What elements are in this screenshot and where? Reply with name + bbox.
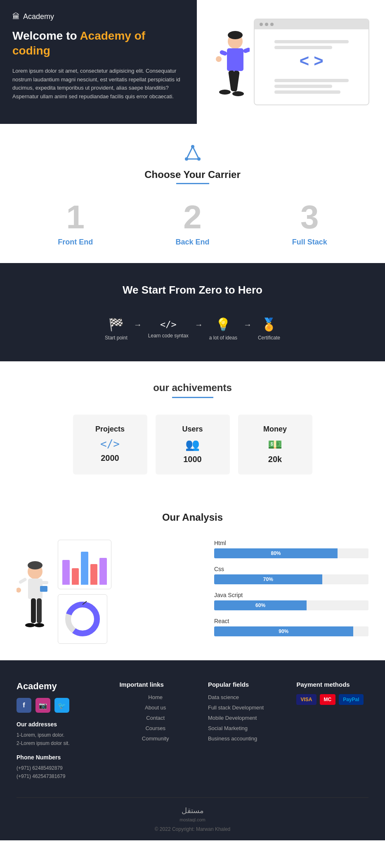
svg-rect-3 — [219, 50, 227, 56]
skill-html: Html 80% — [214, 540, 368, 558]
logo-icon: 🏛 — [12, 12, 20, 21]
browser-dot-1 — [260, 23, 263, 26]
footer: Academy f 📷 🐦 Our addresses 1-Lorem, ips… — [0, 660, 385, 840]
users-icon: 👥 — [172, 438, 213, 451]
browser-lines-bottom — [274, 76, 349, 96]
mastercard-badge: MC — [320, 694, 336, 705]
footer-link-community[interactable]: Community — [119, 735, 191, 742]
skill-html-name: Html — [214, 540, 368, 546]
hero-title: Welcome to Academy of coding — [12, 28, 184, 59]
step-code-label: Learn code syntax — [148, 333, 189, 339]
bar-chart — [58, 540, 111, 589]
footer-brand: Academy f 📷 🐦 Our addresses 1-Lorem, ips… — [17, 681, 103, 781]
svg-point-18 — [17, 588, 21, 593]
mostaql-url: mostaql.com — [17, 817, 368, 822]
browser-lines-top — [274, 38, 349, 52]
browser-bar — [255, 19, 368, 29]
footer-bottom: مستقل mostaql.com © 2022 Copyright: Marw… — [17, 797, 368, 832]
browser-mockup: < > — [254, 19, 369, 105]
footer-popular-business[interactable]: Business accounting — [208, 735, 280, 742]
svg-point-8 — [219, 90, 231, 95]
instagram-icon: 📷 — [39, 702, 47, 709]
analysis-person — [17, 561, 54, 644]
carrier-label-2: Back End — [175, 238, 209, 247]
svg-rect-2 — [227, 48, 243, 71]
skill-js-name: Java Script — [214, 592, 368, 598]
achievement-card-projects: Projects </> 2000 — [73, 415, 147, 474]
step-code: </> Learn code syntax — [144, 319, 193, 339]
footer-popular-mobile[interactable]: Mobile Development — [208, 715, 280, 721]
footer-link-about[interactable]: About us — [119, 704, 191, 711]
footer-top: Academy f 📷 🐦 Our addresses 1-Lorem, ips… — [17, 681, 368, 781]
step-start-icon: 🏁 — [105, 317, 128, 332]
footer-popular-title: Popular fields — [208, 681, 280, 688]
carrier-title: Choose Your Carrier — [17, 169, 368, 180]
skill-html-fill: 80% — [214, 548, 338, 558]
analysis-visuals — [17, 540, 202, 644]
achievements-underline — [172, 397, 213, 398]
footer-important-links-title: Important links — [119, 681, 191, 688]
svg-rect-4 — [243, 47, 250, 54]
skill-react-name: React — [214, 618, 368, 624]
arrow-2: → — [193, 320, 205, 338]
svg-point-12 — [197, 157, 201, 161]
footer-link-contact[interactable]: Contact — [119, 715, 191, 721]
copyright: © 2022 Copyright: Marwan Khaled — [17, 826, 368, 832]
instagram-button[interactable]: 📷 — [35, 698, 50, 713]
zero-hero-title: We Start From Zero to Hero — [17, 284, 368, 296]
skill-react-fill: 90% — [214, 626, 353, 636]
footer-popular-social[interactable]: Social Marketing — [208, 725, 280, 731]
visa-badge: VISA — [296, 694, 316, 705]
footer-popular-list: Data science Full stack Development Mobi… — [208, 694, 280, 742]
footer-link-courses[interactable]: Courses — [119, 725, 191, 731]
person-illustration — [213, 31, 250, 105]
zero-steps: 🏁 Start point → </> Learn code syntax → … — [17, 317, 368, 341]
browser-dot-3 — [270, 23, 274, 26]
footer-link-home[interactable]: Home — [119, 694, 191, 700]
carrier-option-1[interactable]: 1 Front End — [58, 201, 93, 247]
browser-dot-2 — [265, 23, 268, 26]
projects-number: 2000 — [90, 453, 131, 463]
footer-popular-data-science[interactable]: Data science — [208, 694, 280, 700]
carrier-label-1: Front End — [58, 238, 93, 247]
hero-right: < > — [197, 0, 385, 124]
svg-point-13 — [191, 145, 194, 148]
facebook-button[interactable]: f — [17, 698, 31, 713]
svg-marker-10 — [187, 147, 199, 159]
analysis-title: Our Analysis — [17, 512, 368, 523]
money-icon: 💵 — [255, 438, 296, 451]
carrier-option-2[interactable]: 2 Back End — [175, 201, 209, 247]
skill-js-bar: 60% — [214, 600, 368, 610]
twitter-button[interactable]: 🐦 — [54, 698, 69, 713]
carrier-option-3[interactable]: 3 Full Stack — [292, 201, 327, 247]
skill-css-fill: 70% — [214, 574, 322, 584]
footer-popular-fullstack[interactable]: Full stack Development — [208, 704, 280, 711]
achievements-section: our achivements Projects </> 2000 Users … — [0, 361, 385, 495]
chart-visuals — [58, 540, 111, 644]
carrier-number-1: 1 — [58, 201, 93, 234]
projects-title: Projects — [90, 425, 131, 434]
svg-rect-17 — [19, 577, 27, 584]
hero-title-plain: Welcome to — [12, 29, 80, 42]
arrow-1: → — [132, 320, 144, 338]
step-start: 🏁 Start point — [101, 317, 132, 341]
hero-section: 🏛 Academy Welcome to Academy of coding L… — [0, 0, 385, 124]
users-number: 1000 — [172, 455, 213, 464]
svg-rect-20 — [31, 598, 36, 623]
users-title: Users — [172, 425, 213, 434]
step-ideas-label: a lot of ideas — [209, 335, 237, 341]
achievement-card-money: Money 💵 20k — [238, 415, 312, 474]
svg-point-22 — [25, 623, 35, 627]
step-code-icon: </> — [148, 319, 189, 330]
carrier-number-3: 3 — [292, 201, 327, 234]
svg-point-11 — [185, 157, 188, 161]
donut-chart — [58, 594, 107, 644]
code-icon: < > — [300, 52, 324, 70]
logo-text: Academy — [23, 12, 54, 21]
svg-point-23 — [34, 623, 44, 627]
carrier-arrow-icon — [182, 145, 203, 161]
skill-react-bar: 90% — [214, 626, 368, 636]
carrier-label-3: Full Stack — [292, 238, 327, 247]
hero-left: 🏛 Academy Welcome to Academy of coding L… — [0, 0, 197, 124]
projects-icon: </> — [90, 438, 131, 450]
